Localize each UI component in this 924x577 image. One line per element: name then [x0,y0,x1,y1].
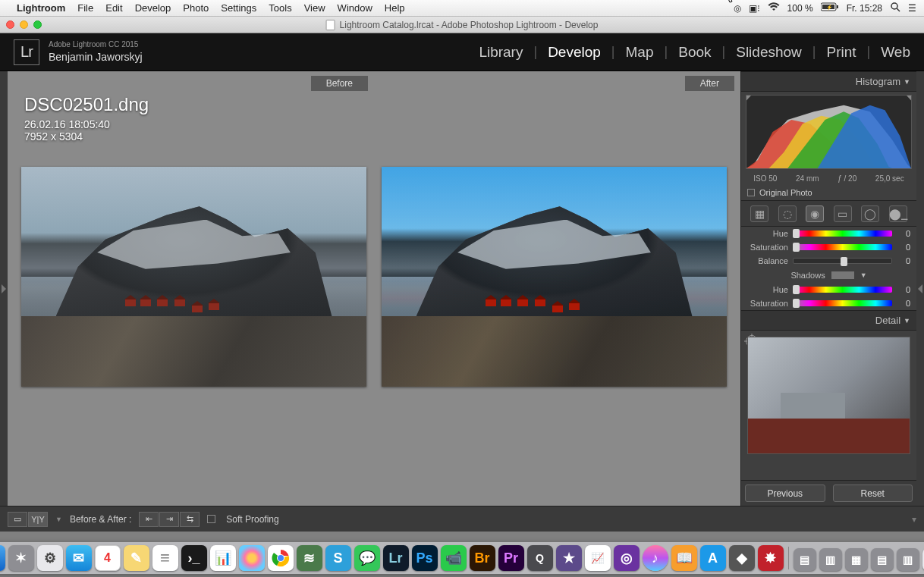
dock-mail[interactable]: ✉ [66,545,92,571]
histogram[interactable] [746,95,912,169]
module-map[interactable]: Map [626,44,654,61]
dock-notes[interactable]: ✎ [124,545,149,571]
checkbox-icon[interactable] [747,189,755,196]
dock-red[interactable]: ✸ [758,545,784,571]
dock-reminders[interactable]: ≡ [152,545,178,571]
shadow-saturation-slider[interactable]: Saturation 0 [741,296,916,310]
dock-systempref[interactable]: ⚙ [37,545,63,571]
before-after-view-button[interactable]: Y|Y [28,512,48,527]
dock-stack5[interactable]: ▥ [897,548,919,571]
loupe-view-button[interactable]: ▭ [8,512,27,527]
dock-bridge[interactable]: Br [470,545,495,571]
dock-photoshop[interactable]: Ps [412,545,438,571]
module-develop[interactable]: Develop [548,44,601,61]
file-date: 26.02.16 18:05:40 [24,118,149,130]
menu-help[interactable]: Help [385,2,405,14]
module-web[interactable]: Web [881,44,910,61]
dock-podcasts[interactable]: ◎ [614,545,640,571]
dock-chrome[interactable] [268,545,294,571]
dock-stack2[interactable]: ▥ [819,548,842,571]
dock-itunes[interactable]: ♪ [643,545,668,571]
menu-window[interactable]: Window [338,2,372,14]
dock-lightroom[interactable]: Lr [383,545,409,571]
dock-safari[interactable]: ✶ [8,545,34,571]
ba-swap[interactable]: ⇆ [180,512,200,527]
reset-button[interactable]: Reset [833,484,913,502]
soft-proof-checkbox[interactable] [207,515,215,523]
wifi-icon[interactable] [768,2,780,14]
module-slideshow[interactable]: Slideshow [736,44,802,61]
original-photo-toggle[interactable]: Original Photo [741,185,916,201]
soft-proof-label: Soft Proofing [226,514,278,525]
grad-tool[interactable]: ▭ [834,205,852,222]
svg-point-4 [891,3,897,9]
module-book[interactable]: Book [678,44,711,61]
hue-slider[interactable]: Hue 0 [741,227,916,240]
dock-appstore[interactable]: A [700,545,726,571]
shadow-hue-slider[interactable]: Hue 0 [741,283,916,296]
menu-file[interactable]: File [77,2,93,14]
dock-messages[interactable]: 💬 [354,545,380,571]
menu-settings[interactable]: Settings [221,2,256,14]
dock-calendar[interactable]: 4 [95,545,121,571]
module-library[interactable]: Library [479,44,523,61]
spotlight-icon[interactable] [890,2,900,14]
menu-app[interactable]: Lightroom [17,2,65,14]
svg-rect-2 [837,5,838,8]
menu-edit[interactable]: Edit [105,2,122,14]
ba-copy-right[interactable]: ⇥ [159,512,179,527]
dock-premiere[interactable]: Pr [498,545,524,571]
balance-slider[interactable]: Balance 0 [741,254,916,268]
chevron-down-icon[interactable]: ▼ [55,516,62,523]
menu-develop[interactable]: Develop [135,2,171,14]
detail-preview[interactable] [747,337,910,454]
right-panel-handle[interactable] [916,71,924,506]
detail-header[interactable]: Detail▼ [741,310,916,331]
shadows-header[interactable]: Shadows▼ [741,268,916,283]
brush-tool[interactable]: ⬤⎯ [889,205,907,222]
dock-stack1[interactable]: ▤ [794,548,816,571]
menu-photo[interactable]: Photo [183,2,209,14]
histogram-header[interactable]: Histogram▼ [741,71,916,92]
ba-copy-left[interactable]: ⇤ [139,512,159,527]
after-image[interactable] [382,167,727,387]
dock-imovie[interactable]: ★ [556,545,582,571]
dock-numbers[interactable]: 📈 [585,545,611,571]
battery-text: 100 % [787,3,813,14]
crop-tool[interactable]: ▦ [750,205,768,222]
clock[interactable]: Fr. 15:28 [847,3,882,14]
dock-photos[interactable] [239,545,265,571]
redeye-tool[interactable]: ◉ [806,205,824,222]
toolbar-chevron[interactable]: ▾ [912,514,916,525]
menu-tools[interactable]: Tools [269,2,291,14]
dock-stack4[interactable]: ▤ [871,548,894,571]
previous-button[interactable]: Previous [745,484,825,502]
left-panel-handle[interactable] [0,71,8,506]
menu-extras-icon[interactable]: ☰ [908,3,916,14]
dock-quicktime[interactable]: Q [527,545,553,571]
dock-libreoffice[interactable]: ≋ [297,545,322,571]
dock-skype[interactable]: S [325,545,351,571]
tool-strip: ▦ ◌ ◉ ▭ ◯ ⬤⎯ [741,201,916,227]
window-title-text: Lightroom Catalog.lrcat - Adobe Photosho… [340,20,599,30]
svg-marker-12 [907,96,911,100]
close-button[interactable] [6,20,14,29]
minimize-button[interactable] [20,20,28,29]
screen-rec-icon[interactable]: ▣⁝ [749,3,760,14]
saturation-slider[interactable]: Saturation 0 [741,240,916,254]
dock-ibooks[interactable]: 📖 [671,545,697,571]
dock-terminal[interactable]: ›_ [181,545,207,571]
module-print[interactable]: Print [827,44,856,61]
spot-tool[interactable]: ◌ [778,205,797,222]
menu-view[interactable]: View [304,2,325,14]
cc-status-icon[interactable]: ◎ [734,3,741,14]
file-name: DSC02501.dng [24,94,149,115]
zoom-button[interactable] [33,20,42,29]
dock-stack3[interactable]: ▦ [845,548,868,571]
dock-activity[interactable]: 📊 [210,545,236,571]
dock-generic1[interactable]: ◆ [729,545,755,571]
dock-finder[interactable]: ☺ [0,545,5,571]
dock-facetime[interactable]: 📹 [441,545,467,571]
before-image[interactable] [21,167,366,387]
radial-tool[interactable]: ◯ [861,205,879,222]
